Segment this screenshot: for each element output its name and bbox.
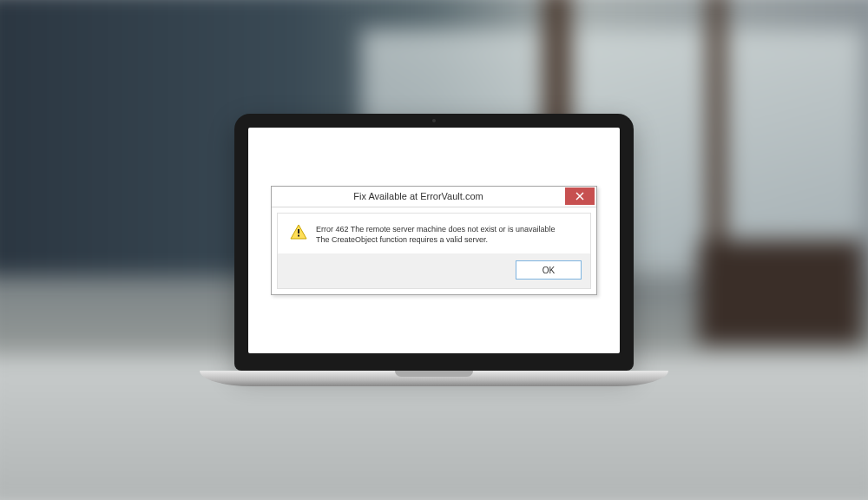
svg-rect-3 (298, 229, 299, 234)
dialog-title: Fix Available at ErrorVault.com (272, 191, 565, 201)
error-line-2: The CreateObject function requires a val… (316, 234, 555, 245)
dialog-body: Error 462 The remote server machine does… (277, 213, 591, 289)
laptop-camera (432, 119, 436, 122)
dialog-message: Error 462 The remote server machine does… (278, 214, 590, 253)
laptop-bezel: Fix Available at ErrorVault.com (234, 114, 634, 371)
close-button[interactable] (565, 188, 595, 205)
laptop-mockup: Fix Available at ErrorVault.com (234, 114, 634, 386)
svg-rect-4 (298, 234, 299, 236)
ok-button[interactable]: OK (516, 260, 582, 280)
laptop-screen: Fix Available at ErrorVault.com (248, 128, 620, 353)
error-dialog: Fix Available at ErrorVault.com (271, 186, 597, 295)
close-icon (575, 192, 584, 201)
laptop-base (200, 371, 668, 386)
dialog-titlebar: Fix Available at ErrorVault.com (272, 187, 596, 207)
ok-button-label: OK (542, 266, 555, 275)
dialog-footer: OK (278, 253, 590, 288)
dialog-text: Error 462 The remote server machine does… (316, 224, 555, 245)
laptop-hinge (395, 371, 473, 377)
error-line-1: Error 462 The remote server machine does… (316, 224, 555, 234)
warning-icon (290, 224, 307, 241)
